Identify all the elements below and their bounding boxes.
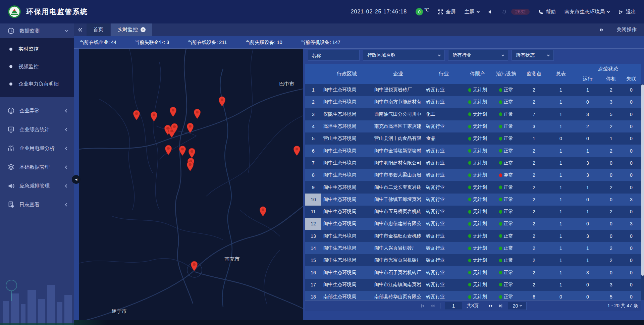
sidebar-subitem-video-monitor[interactable]: 视频监控 (0, 58, 74, 75)
table-row[interactable]: 18南部生态环境局南部县砖华山页有限公砖瓦行业无计划正常60050 (305, 291, 641, 300)
table-row[interactable]: 8阆中生态环境局阆中市枣碧大梁山页岩砖瓦行业无计划异常21300 (305, 169, 641, 181)
cell-run-count: 0 (574, 279, 601, 291)
row-number: 2 (305, 96, 321, 108)
stats-bar: 当前在线企业: 44当前失联企业: 3当前在线设备: 211当前失联设备: 10… (74, 36, 644, 49)
table-row[interactable]: 6阆中生态环境局阆中市金博瑞新型墙材砖瓦行业无计划正常21120 (305, 145, 641, 157)
map-pin-icon[interactable] (194, 109, 201, 119)
next-page-button[interactable] (488, 303, 494, 309)
sidebar-item-data-monitoring[interactable]: 数据监测 (0, 23, 74, 38)
table-row[interactable]: 14阆中生态环境局阆中大兴页岩机砖厂砖瓦行业无计划正常21120 (305, 242, 641, 254)
notification-area[interactable]: 2632 (502, 9, 530, 15)
map-pin-icon[interactable] (259, 206, 267, 217)
sidebar-subitem-power-load-detail[interactable]: 企业电力负荷明细 (0, 75, 74, 93)
table-row[interactable]: 9阆中生态环境局阆中市二龙长宝页岩砖砖瓦行业无计划正常21120 (305, 181, 641, 193)
status-dot-green (499, 149, 502, 153)
map-panel[interactable]: 巴中市南充市遂宁市 (79, 49, 303, 320)
prev-page-button[interactable] (430, 303, 436, 309)
table-row[interactable]: 15阆中生态环境局阆中市光富页岩机砖厂砖瓦行业无计划正常21120 (305, 254, 641, 266)
region-filter-select[interactable]: 行政区域名称 (363, 50, 445, 61)
sidebar-item-base-data-management[interactable]: 基础数据管理 (0, 158, 74, 176)
megaphone-icon (7, 182, 15, 189)
last-page-button[interactable] (498, 303, 503, 309)
map-pin-icon[interactable] (218, 96, 226, 107)
row-number: 9 (305, 181, 321, 193)
sidebar-subitem-realtime-monitor[interactable]: 实时监控 (0, 40, 74, 58)
map-pin-icon[interactable] (188, 148, 196, 158)
sidebar-item-enterprise-abnormal[interactable]: 企业异常 (0, 101, 74, 120)
cell-industry: 砖瓦行业 (424, 206, 464, 218)
industry-filter-select[interactable]: 所有行业 (448, 50, 508, 61)
chevron-down-icon (438, 53, 441, 56)
map-pin-icon[interactable] (179, 146, 186, 156)
plan-status-text: 无计划 (473, 257, 487, 263)
sidebar-item-emergency-reduction[interactable]: 应急减排管理 (0, 176, 74, 195)
table-row[interactable]: 2阆中生态环境局阆中市南方节能建材有砖瓦行业无计划正常21030 (305, 96, 641, 108)
table-row[interactable]: 13阆中生态环境局阆中市金福旺页岩机砖砖瓦行业无计划正常21300 (305, 230, 641, 242)
status-filter-select[interactable]: 所有状态 (512, 50, 554, 61)
table-row[interactable]: 1阆中生态环境局阆中强锐页岩砖厂砖瓦行业无计划正常21120 (305, 84, 641, 96)
map-collapse-button[interactable]: ◀ (72, 175, 80, 184)
map-pin-icon[interactable] (133, 110, 140, 120)
sidebar-item-label: 基础数据管理 (19, 164, 65, 170)
close-operations-button[interactable]: 关闭操作 (616, 26, 637, 33)
table-row[interactable]: 12阆中生态环境局阆中市忠信建材有限公砖瓦行业无计划正常21003 (305, 218, 641, 230)
status-dot-green (499, 259, 502, 262)
cell-region: 阆中生态环境局 (321, 169, 372, 181)
cell-lost-count: 0 (621, 96, 641, 108)
tab-scroll-left-icon[interactable] (74, 23, 87, 36)
cell-facility-status: 正常 (492, 157, 521, 169)
sidebar-submenu: 实时监控视频监控企业电力负荷明细 (0, 38, 74, 97)
map-pin-icon[interactable] (165, 145, 172, 155)
help-button[interactable]: 帮助 (538, 9, 556, 15)
cell-facility-status: 正常 (492, 120, 521, 132)
alert-circle-icon (7, 107, 15, 114)
facility-status-text: 正常 (504, 99, 513, 105)
map-pin-icon[interactable] (191, 261, 198, 271)
first-page-button[interactable] (420, 303, 425, 309)
cell-industry: 化工 (424, 108, 464, 120)
map-pin-icon[interactable] (293, 146, 301, 156)
cell-plan-status: 无计划 (464, 291, 492, 300)
sidebar-item-log-view[interactable]: 日志查看 (0, 195, 74, 214)
table-row[interactable]: 10阆中生态环境局阆中千佛镇五郎垭页岩砖瓦行业无计划正常21003 (305, 194, 641, 206)
map-pin-icon[interactable] (186, 123, 194, 133)
cell-monitor-points: 2 (521, 279, 547, 291)
logout-button[interactable]: 退出 (618, 9, 636, 15)
tab-scroll-right-icon[interactable] (595, 23, 608, 36)
sound-mute-button[interactable] (488, 9, 493, 14)
table-row[interactable]: 4高坪生态环境局南充市高坪区王家店建砖瓦行业无计划正常31220 (305, 120, 641, 132)
table-row[interactable]: 17阆中生态环境局阆中市江南镇阆南页岩砖瓦行业无计划正常21030 (305, 279, 641, 291)
theme-dropdown[interactable]: 主题 (465, 9, 479, 15)
map-pin-icon[interactable] (169, 107, 177, 117)
table-row[interactable]: 5营山生态环境局营山县润丰肉食品有限食品无计划正常10010 (305, 132, 641, 145)
tab-home[interactable]: 首页 (87, 23, 110, 36)
status-dot-green (468, 149, 471, 153)
table-row[interactable]: 16阆中生态环境局阆中市石子页岩机砖厂砖瓦行业无计划正常21300 (305, 266, 641, 278)
table-scrollbar[interactable] (641, 84, 644, 300)
cell-stop-count: 2 (601, 242, 621, 254)
tab-realtime-monitor[interactable]: 实时监控× (111, 23, 152, 36)
map-pin-icon[interactable] (186, 161, 194, 171)
row-number: 3 (305, 108, 321, 120)
stat-item: 当前在线企业: 44 (79, 39, 116, 46)
page-number-input[interactable] (445, 302, 462, 310)
map-pin-icon[interactable] (171, 123, 178, 133)
page-size-select[interactable]: 20 (508, 302, 527, 310)
org-dropdown[interactable]: 南充市生态环境局 (565, 9, 609, 15)
map-pin-icon[interactable] (150, 111, 158, 122)
table-row[interactable]: 11阆中生态环境局阆中市五马桥页岩机砖砖瓦行业无计划正常21120 (305, 206, 641, 218)
sidebar-item-enterprise-statistics[interactable]: 企业综合统计 (0, 120, 74, 139)
fullscreen-button[interactable]: 全屏 (438, 9, 456, 15)
table-row[interactable]: 3仪陇生态环境局西南油气田分公司川中化工无计划正常71350 (305, 108, 641, 120)
phone-icon (538, 9, 543, 14)
sidebar-item-power-usage-analysis[interactable]: 企业用电量分析 (0, 139, 74, 158)
scrollbar-thumb[interactable] (641, 85, 644, 276)
facility-status-text: 正常 (504, 282, 513, 288)
table-row[interactable]: 7阆中生态环境局阆中明阳建材有限公司砖瓦行业无计划正常21300 (305, 157, 641, 169)
tab-close-icon[interactable]: × (141, 27, 146, 32)
cell-lost-count: 0 (621, 145, 641, 157)
cell-region: 阆中生态环境局 (321, 96, 372, 108)
name-filter-input[interactable] (308, 50, 360, 61)
cell-region: 阆中生态环境局 (321, 254, 372, 266)
status-dot-green (499, 198, 502, 201)
